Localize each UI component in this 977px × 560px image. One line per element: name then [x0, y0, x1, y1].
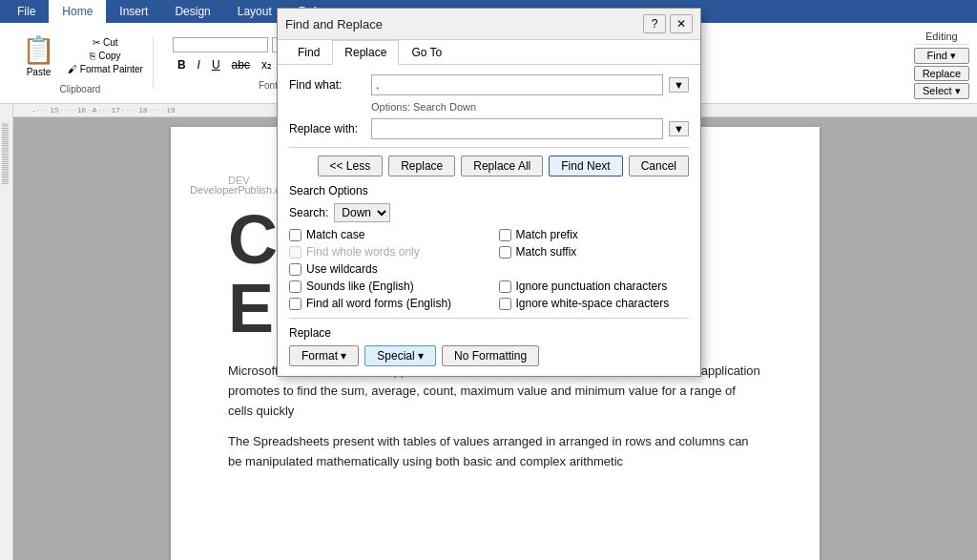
- replace-all-button[interactable]: Replace All: [461, 156, 543, 176]
- font-label: Font: [259, 80, 278, 91]
- dialog-tab-replace[interactable]: Replace: [332, 40, 399, 65]
- paste-button[interactable]: 📋 Paste: [15, 31, 62, 80]
- options-text: Options: Search Down: [371, 101, 689, 113]
- match-prefix-checkbox[interactable]: Match prefix: [499, 228, 690, 241]
- format-painter-button[interactable]: 🖌 Format Painter: [66, 63, 145, 75]
- find-dropdown-button[interactable]: ▼: [669, 77, 689, 93]
- match-case-checkbox[interactable]: Match case: [289, 228, 480, 241]
- divider-1: [289, 147, 689, 148]
- search-checkboxes: Match case Match prefix Find whole words…: [289, 228, 689, 310]
- dialog-titlebar: Find and Replace ? ✕: [278, 9, 700, 40]
- replace-format-row: Format ▾ Special ▾ No Formatting: [289, 345, 689, 366]
- clipboard-label: Clipboard: [60, 84, 101, 94]
- no-formatting-button[interactable]: No Formatting: [442, 345, 539, 366]
- clipboard-group: 📋 Paste ✂ Cut ⎘ Copy 🖌 Format Painter Cl…: [8, 37, 154, 89]
- replace-section-label: Replace: [289, 326, 689, 340]
- dialog-tab-goto[interactable]: Go To: [399, 40, 454, 65]
- dialog-help-button[interactable]: ?: [643, 14, 666, 33]
- search-options-section: Search Options Search: Down Up All Match…: [289, 184, 689, 310]
- cut-button[interactable]: ✂ Cut: [66, 36, 145, 49]
- less-button[interactable]: << Less: [318, 156, 384, 176]
- dialog-title: Find and Replace: [285, 17, 383, 31]
- wildcards-checkbox[interactable]: Use wildcards: [289, 262, 480, 276]
- replace-section-divider: [289, 318, 689, 319]
- subscript-button[interactable]: x₂: [257, 56, 277, 73]
- tab-design[interactable]: Design: [161, 0, 223, 23]
- sounds-like-checkbox[interactable]: Sounds like (English): [289, 280, 480, 293]
- action-button-row: << Less Replace Replace All Find Next Ca…: [289, 156, 689, 176]
- dialog-body: Find what: ▼ Options: Search Down Replac…: [278, 65, 700, 376]
- whole-words-checkbox[interactable]: Find whole words only: [289, 245, 480, 259]
- font-name-input[interactable]: [173, 37, 268, 52]
- bold-button[interactable]: B: [173, 56, 191, 73]
- strikethrough-button[interactable]: abc: [227, 56, 255, 73]
- paste-label: Paste: [27, 67, 52, 77]
- find-button[interactable]: Find ▾: [914, 48, 969, 64]
- replace-section: Replace Format ▾ Special ▾ No Formatting: [289, 318, 689, 366]
- special-button[interactable]: Special ▾: [364, 345, 436, 366]
- find-what-row: Find what: ▼: [289, 74, 689, 95]
- search-direction-row: Search: Down Up All: [289, 203, 689, 222]
- search-label: Search:: [289, 206, 328, 219]
- replace-with-label: Replace with:: [289, 122, 365, 135]
- tab-insert[interactable]: Insert: [106, 0, 161, 23]
- dialog-tab-find[interactable]: Find: [285, 40, 332, 65]
- match-suffix-checkbox[interactable]: Match suffix: [499, 245, 690, 259]
- search-direction-select[interactable]: Down Up All: [334, 203, 390, 222]
- ignore-punctuation-checkbox[interactable]: Ignore punctuation characters: [499, 280, 690, 293]
- editing-section: Editing Find ▾ Replace Select ▾: [914, 27, 969, 99]
- replace-with-input[interactable]: [371, 118, 663, 139]
- copy-button[interactable]: ⎘ Copy: [66, 50, 145, 62]
- replace-dropdown-button[interactable]: ▼: [669, 121, 689, 136]
- replace-one-button[interactable]: Replace: [388, 156, 455, 176]
- dialog-tabs: Find Replace Go To: [278, 40, 700, 65]
- word-forms-checkbox[interactable]: Find all word forms (English): [289, 297, 480, 310]
- ignore-whitespace-checkbox[interactable]: Ignore white-space characters: [499, 297, 690, 310]
- find-next-button[interactable]: Find Next: [549, 156, 622, 176]
- tab-file[interactable]: File: [4, 0, 49, 23]
- format-button[interactable]: Format ▾: [289, 345, 359, 366]
- editing-label: Editing: [914, 31, 969, 45]
- select-button[interactable]: Select ▾: [914, 83, 969, 99]
- replace-with-row: Replace with: ▼: [289, 118, 689, 139]
- doc-para-2: The Spreadsheets present with tables of …: [228, 432, 762, 472]
- dialog-close-button[interactable]: ✕: [670, 14, 693, 33]
- underline-button[interactable]: U: [207, 56, 225, 73]
- italic-button[interactable]: I: [193, 56, 205, 73]
- tab-home[interactable]: Home: [49, 0, 106, 23]
- paste-icon: 📋: [22, 34, 55, 66]
- find-what-label: Find what:: [289, 78, 365, 92]
- cancel-button[interactable]: Cancel: [629, 156, 689, 176]
- find-what-input[interactable]: [371, 74, 663, 95]
- vertical-ruler: |||||||||||||||||||||||||||||||: [0, 104, 13, 560]
- doc-body: Microsoft Excel is one of the applicatio…: [228, 362, 762, 472]
- replace-button[interactable]: Replace: [914, 66, 969, 81]
- search-options-title: Search Options: [289, 184, 689, 197]
- find-replace-dialog: Find and Replace ? ✕ Find Replace Go To …: [277, 8, 701, 377]
